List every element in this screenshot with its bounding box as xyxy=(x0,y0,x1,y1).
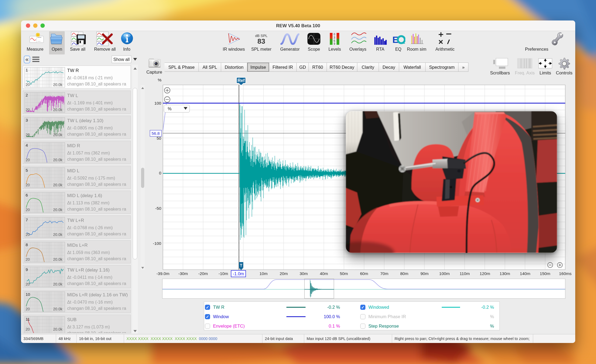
svg-text:120m: 120m xyxy=(480,271,490,276)
svg-text:56.8: 56.8 xyxy=(152,131,160,136)
svg-text:50m: 50m xyxy=(340,271,348,276)
svg-text:100m: 100m xyxy=(439,271,450,276)
svg-text:130m: 130m xyxy=(500,271,510,276)
svg-text:20m: 20m xyxy=(280,271,288,276)
svg-text:T: T xyxy=(240,263,242,267)
svg-text:50: 50 xyxy=(157,136,162,140)
svg-text:%: % xyxy=(158,78,162,82)
svg-text:10m: 10m xyxy=(259,271,268,276)
svg-text:Ref: Ref xyxy=(238,78,245,83)
svg-text:70m: 70m xyxy=(380,271,388,276)
svg-text:%: % xyxy=(168,107,172,111)
svg-text:-30m: -30m xyxy=(178,271,188,276)
svg-text:30m: 30m xyxy=(300,271,308,276)
svg-text:160ms: 160ms xyxy=(559,271,572,276)
svg-text:60m: 60m xyxy=(360,271,368,276)
svg-text:100: 100 xyxy=(154,101,161,105)
svg-text:80m: 80m xyxy=(400,271,408,276)
svg-text:-20m: -20m xyxy=(198,271,208,276)
svg-text:-50: -50 xyxy=(155,206,162,211)
svg-text:-39.0m: -39.0m xyxy=(156,271,169,276)
svg-text:90m: 90m xyxy=(420,271,429,276)
svg-text:110m: 110m xyxy=(460,271,470,276)
svg-text:-1.0m: -1.0m xyxy=(233,271,244,276)
svg-text:40m: 40m xyxy=(320,271,328,276)
svg-text:0: 0 xyxy=(159,171,161,175)
svg-text:-10m: -10m xyxy=(218,271,228,276)
svg-text:150m: 150m xyxy=(540,271,550,276)
svg-text:-100: -100 xyxy=(153,241,161,246)
svg-text:140m: 140m xyxy=(520,271,530,276)
